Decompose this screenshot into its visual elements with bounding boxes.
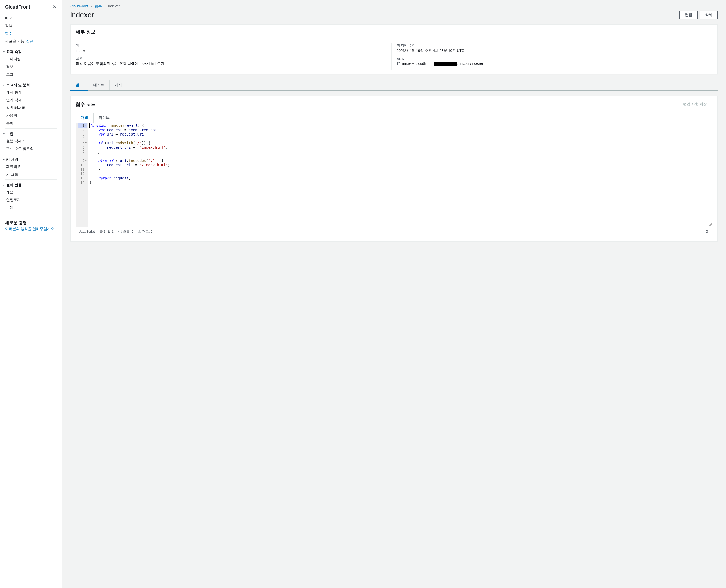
sidebar-group-telemetry[interactable]: ▼원격 측정 (0, 47, 62, 55)
code-card-title: 함수 코드 (76, 101, 96, 107)
status-lang: JavaScript (79, 229, 95, 233)
redacted-account (433, 62, 457, 66)
page-header: indexer 편집 삭제 (70, 11, 718, 19)
tab-build[interactable]: 빌드 (70, 80, 88, 90)
error-icon: ✕ (118, 230, 122, 233)
sidebar-group-keys[interactable]: ▼키 관리 (0, 155, 62, 163)
warning-icon (138, 229, 141, 233)
tab-test[interactable]: 테스트 (88, 80, 109, 90)
edit-button[interactable]: 편집 (680, 11, 698, 19)
sidebar-group-security[interactable]: ▼보안 (0, 130, 62, 137)
resize-handle-icon[interactable] (708, 223, 711, 226)
sidebar-item-origin-access[interactable]: 원본 액세스 (0, 137, 62, 145)
arn-value: arn:aws:cloudfront:::function/indexer (397, 61, 707, 66)
svg-rect-1 (398, 63, 400, 65)
sidebar-header: CloudFront ✕ (0, 0, 62, 13)
sidebar-item-public-keys[interactable]: 퍼블릭 키 (0, 163, 62, 171)
desc-value: 파일 이름이 포함되지 않는 요청 URL에 index.html 추가 (76, 61, 386, 66)
status-cursor-pos: 줄 1, 열 1 (99, 229, 114, 234)
gear-icon[interactable]: ⚙ (705, 229, 709, 234)
caret-down-icon: ▼ (3, 158, 5, 161)
chevron-right-icon: › (91, 4, 92, 8)
caret-down-icon: ▼ (3, 50, 5, 54)
sidebar-item-popular[interactable]: 인기 객체 (0, 96, 62, 104)
sidebar-item-logs[interactable]: 로그 (0, 71, 62, 79)
editor-container: 1 ▼2 3 4 5 ▼6 7 8 9 ▼10 11 12 13 14 func… (76, 123, 712, 236)
name-value: indexer (76, 48, 386, 52)
main-content: CloudFront › 함수 › indexer indexer 편집 삭제 … (62, 0, 726, 588)
details-header: 세부 정보 (70, 24, 718, 39)
sidebar-item-whatsnew[interactable]: 새로운 기능 신규 (0, 38, 62, 45)
copy-icon[interactable] (397, 62, 401, 65)
tab-publish[interactable]: 게시 (109, 80, 127, 90)
sidebar-item-alarms[interactable]: 경보 (0, 63, 62, 71)
breadcrumb: CloudFront › 함수 › indexer (70, 4, 718, 9)
caret-down-icon: ▼ (3, 84, 5, 87)
sidebar-item-cache[interactable]: 캐시 통계 (0, 88, 62, 96)
modified-value: 2023년 4월 19일 오전 4시 28분 10초 UTC (397, 48, 707, 53)
sidebar-item-label: 새로운 기능 (5, 39, 24, 43)
sidebar-item-policy[interactable]: 정책 (0, 22, 62, 30)
sub-tab-live[interactable]: 라이브 (94, 113, 115, 123)
status-errors: ✕오류: 0 (118, 229, 133, 234)
editor-gutter: 1 ▼2 3 4 5 ▼6 7 8 9 ▼10 11 12 13 14 (76, 123, 88, 227)
sidebar-item-overview[interactable]: 개요 (0, 188, 62, 196)
save-changes-button[interactable]: 변경 사항 저장 (678, 100, 712, 108)
sidebar-item-referrers[interactable]: 상위 레퍼러 (0, 104, 62, 112)
code-card: 함수 코드 변경 사항 저장 개발 라이브 1 ▼2 3 4 5 ▼6 7 8 … (70, 96, 718, 241)
sidebar-item-viewers[interactable]: 뷰어 (0, 120, 62, 127)
sidebar-item-purchase[interactable]: 구매 (0, 204, 62, 212)
code-editor[interactable]: 1 ▼2 3 4 5 ▼6 7 8 9 ▼10 11 12 13 14 func… (76, 123, 712, 227)
breadcrumb-functions[interactable]: 함수 (95, 4, 102, 8)
caret-down-icon: ▼ (3, 184, 5, 187)
chevron-right-icon: › (104, 4, 106, 8)
modified-label: 마지막 수정 (397, 43, 707, 48)
sidebar-top-items: 배포 정책 함수 새로운 기능 신규 (0, 13, 62, 46)
sidebar-title: CloudFront (5, 4, 30, 10)
sidebar-item-distribution[interactable]: 배포 (0, 14, 62, 22)
sub-tab-dev[interactable]: 개발 (76, 113, 94, 123)
name-label: 이름 (76, 43, 386, 48)
sidebar: CloudFront ✕ 배포 정책 함수 새로운 기능 신규 ▼원격 측정 모… (0, 0, 62, 588)
caret-down-icon: ▼ (3, 133, 5, 135)
desc-label: 설명 (76, 56, 386, 61)
close-icon[interactable]: ✕ (53, 4, 57, 10)
sidebar-group-reports[interactable]: ▼보고서 및 분석 (0, 81, 62, 88)
page-title: indexer (70, 11, 94, 19)
sidebar-item-monitoring[interactable]: 모니터링 (0, 55, 62, 63)
breadcrumb-root[interactable]: CloudFront (70, 4, 88, 8)
sidebar-item-usage[interactable]: 사용량 (0, 112, 62, 120)
code-card-header: 함수 코드 변경 사항 저장 (70, 96, 718, 113)
sidebar-footer-title: 새로운 경험 (5, 220, 57, 226)
details-card: 세부 정보 이름 indexer 설명 파일 이름이 포함되지 않는 요청 UR… (70, 24, 718, 74)
new-badge: 신규 (26, 39, 33, 43)
page-actions: 편집 삭제 (680, 11, 718, 19)
function-tabs: 빌드 테스트 게시 (70, 80, 718, 90)
status-warnings: 경고: 0 (138, 229, 153, 234)
sidebar-item-inventory[interactable]: 인벤토리 (0, 196, 62, 204)
delete-button[interactable]: 삭제 (700, 11, 718, 19)
code-sub-tabs: 개발 라이브 (76, 113, 712, 123)
arn-label: ARN (397, 57, 707, 61)
sidebar-item-functions[interactable]: 함수 (0, 30, 62, 38)
breadcrumb-leaf: indexer (108, 4, 120, 8)
sidebar-footer: 새로운 경험 여러분의 생각을 알려주십시오 (0, 215, 62, 236)
editor-code-area[interactable]: function handler(event) { var request = … (88, 123, 712, 227)
sidebar-item-key-groups[interactable]: 키 그룹 (0, 171, 62, 178)
sidebar-feedback-link[interactable]: 여러분의 생각을 알려주십시오 (5, 227, 54, 231)
arn-text: arn:aws:cloudfront:::function/indexer (402, 61, 483, 66)
sidebar-group-savings[interactable]: ▼절약 번들 (0, 181, 62, 188)
editor-statusbar: JavaScript 줄 1, 열 1 ✕오류: 0 경고: 0 ⚙ (76, 227, 712, 236)
sidebar-item-field-encryption[interactable]: 필드 수준 암호화 (0, 145, 62, 153)
